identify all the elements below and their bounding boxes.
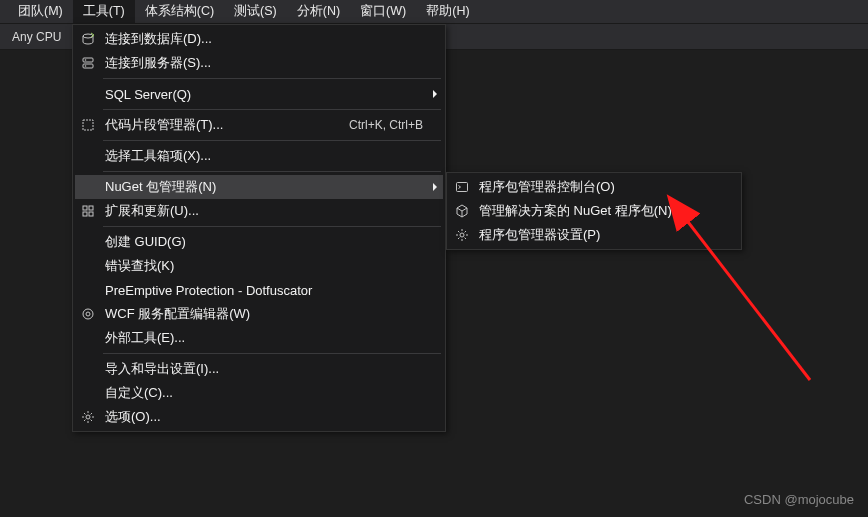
svg-point-14 [460, 233, 464, 237]
menu-label: 扩展和更新(U)... [101, 202, 443, 220]
submenu-package-console[interactable]: 程序包管理器控制台(O) [449, 175, 739, 199]
menu-label: 错误查找(K) [101, 257, 443, 275]
menu-extensions-updates[interactable]: 扩展和更新(U)... [75, 199, 443, 223]
menubar-tools[interactable]: 工具(T) [73, 0, 135, 23]
svg-point-3 [85, 59, 87, 61]
menu-external-tools[interactable]: 外部工具(E)... [75, 326, 443, 350]
menu-label: 连接到数据库(D)... [101, 30, 443, 48]
menubar-architecture[interactable]: 体系结构(C) [135, 0, 224, 23]
nuget-submenu: 程序包管理器控制台(O) 管理解决方案的 NuGet 程序包(N)... 程序包… [446, 172, 742, 250]
menu-label: 选项(O)... [101, 408, 443, 426]
svg-rect-7 [89, 206, 93, 210]
menu-label: 代码片段管理器(T)... [101, 116, 349, 134]
menubar: 团队(M) 工具(T) 体系结构(C) 测试(S) 分析(N) 窗口(W) 帮助… [0, 0, 868, 24]
svg-rect-2 [83, 64, 93, 68]
menu-connect-server[interactable]: 连接到服务器(S)... [75, 51, 443, 75]
menu-create-guid[interactable]: 创建 GUID(G) [75, 230, 443, 254]
menu-error-lookup[interactable]: 错误查找(K) [75, 254, 443, 278]
console-icon [449, 180, 475, 194]
menu-separator [103, 226, 441, 227]
menu-label: SQL Server(Q) [101, 87, 443, 102]
svg-rect-9 [89, 212, 93, 216]
menubar-analyze[interactable]: 分析(N) [287, 0, 350, 23]
menubar-team[interactable]: 团队(M) [8, 0, 73, 23]
platform-selector[interactable]: Any CPU [6, 27, 67, 47]
menu-wcf-editor[interactable]: WCF 服务配置编辑器(W) [75, 302, 443, 326]
extensions-icon [75, 204, 101, 218]
gear-icon [449, 228, 475, 242]
snippet-icon [75, 118, 101, 132]
submenu-manage-nuget[interactable]: 管理解决方案的 NuGet 程序包(N)... [449, 199, 739, 223]
menubar-window[interactable]: 窗口(W) [350, 0, 416, 23]
menu-separator [103, 353, 441, 354]
menu-customize[interactable]: 自定义(C)... [75, 381, 443, 405]
menu-label: 管理解决方案的 NuGet 程序包(N)... [475, 202, 739, 220]
svg-rect-5 [83, 120, 93, 130]
menu-separator [103, 78, 441, 79]
database-connect-icon [75, 32, 101, 46]
menu-shortcut: Ctrl+K, Ctrl+B [349, 118, 443, 132]
menu-separator [103, 140, 441, 141]
menu-label: 选择工具箱项(X)... [101, 147, 443, 165]
submenu-arrow-icon [433, 90, 437, 98]
svg-point-11 [86, 312, 90, 316]
watermark: CSDN @mojocube [744, 492, 854, 507]
svg-rect-6 [83, 206, 87, 210]
menu-sql-server[interactable]: SQL Server(Q) [75, 82, 443, 106]
menu-dotfuscator[interactable]: PreEmptive Protection - Dotfuscator [75, 278, 443, 302]
menubar-help[interactable]: 帮助(H) [416, 0, 479, 23]
menu-connect-database[interactable]: 连接到数据库(D)... [75, 27, 443, 51]
svg-rect-8 [83, 212, 87, 216]
menu-nuget-manager[interactable]: NuGet 包管理器(N) [75, 175, 443, 199]
menu-separator [103, 171, 441, 172]
menu-label: 连接到服务器(S)... [101, 54, 443, 72]
menu-choose-toolbox[interactable]: 选择工具箱项(X)... [75, 144, 443, 168]
menu-label: WCF 服务配置编辑器(W) [101, 305, 443, 323]
svg-point-12 [86, 415, 90, 419]
menu-label: 程序包管理器设置(P) [475, 226, 739, 244]
server-connect-icon [75, 56, 101, 70]
menu-label: 导入和导出设置(I)... [101, 360, 443, 378]
menu-import-export[interactable]: 导入和导出设置(I)... [75, 357, 443, 381]
menu-label: NuGet 包管理器(N) [101, 178, 443, 196]
package-icon [449, 204, 475, 218]
svg-point-4 [85, 65, 87, 67]
menu-options[interactable]: 选项(O)... [75, 405, 443, 429]
menu-code-snippets[interactable]: 代码片段管理器(T)... Ctrl+K, Ctrl+B [75, 113, 443, 137]
tools-dropdown: 连接到数据库(D)... 连接到服务器(S)... SQL Server(Q) … [72, 24, 446, 432]
menubar-test[interactable]: 测试(S) [224, 0, 287, 23]
svg-rect-13 [457, 183, 468, 192]
menu-label: 程序包管理器控制台(O) [475, 178, 739, 196]
menu-label: 外部工具(E)... [101, 329, 443, 347]
wcf-icon [75, 307, 101, 321]
svg-point-0 [83, 34, 93, 38]
menu-label: PreEmptive Protection - Dotfuscator [101, 283, 443, 298]
svg-rect-1 [83, 58, 93, 62]
menu-label: 创建 GUID(G) [101, 233, 443, 251]
svg-point-10 [83, 309, 93, 319]
gear-icon [75, 410, 101, 424]
submenu-package-settings[interactable]: 程序包管理器设置(P) [449, 223, 739, 247]
menu-label: 自定义(C)... [101, 384, 443, 402]
submenu-arrow-icon [433, 183, 437, 191]
menu-separator [103, 109, 441, 110]
